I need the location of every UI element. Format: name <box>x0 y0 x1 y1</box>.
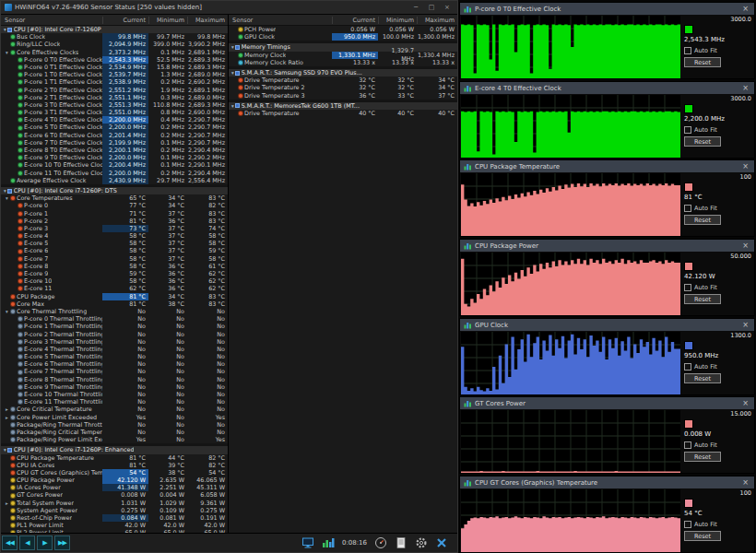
exit-icon[interactable] <box>435 536 448 549</box>
sensor-row[interactable]: E-core 11 T0 Effective Clock2,200.0 MHz0… <box>1 170 228 177</box>
sensor-row[interactable]: E-core 8 Thermal ThrottlingNoNoNo <box>1 376 228 383</box>
checkbox-icon[interactable] <box>684 441 691 449</box>
close-icon[interactable]: × <box>740 399 750 407</box>
gauge-icon[interactable] <box>374 536 387 549</box>
checkbox-icon[interactable] <box>684 284 691 291</box>
minimize-icon[interactable]: ─ <box>409 4 422 11</box>
reset-button[interactable]: Reset <box>684 215 721 225</box>
sensor-row[interactable]: Package/Ring Thermal ThrottlingNoNoNo <box>1 421 228 429</box>
sensor-row[interactable]: E-core 9 T0 Effective Clock2,200.0 MHz0.… <box>1 154 228 161</box>
sensor-row[interactable]: PL1 Power Limit42.0 W42.0 W42.0 W <box>1 522 228 529</box>
sensor-row[interactable]: P-core 1 Thermal ThrottlingNoNoNo <box>1 323 228 330</box>
close-icon[interactable]: × <box>740 5 750 13</box>
sensor-row[interactable]: E-core 4 Thermal ThrottlingNoNoNo <box>1 346 228 353</box>
sensor-row[interactable]: Drive Temperature 336 °C33 °C37 °C <box>229 92 457 100</box>
close-icon[interactable]: × <box>740 241 750 250</box>
sensor-row[interactable]: ▾Core Effective Clocks2,373.2 MHz0.1 MHz… <box>1 49 228 56</box>
report-icon[interactable] <box>395 536 408 549</box>
sensor-row[interactable]: E-core 6 Thermal ThrottlingNoNoNo <box>1 360 228 368</box>
nav-next-button[interactable]: ▶ <box>37 535 53 550</box>
sensor-row[interactable]: Ring/LLC Clock2,094.9 MHz399.0 MHz3,990.… <box>1 41 228 48</box>
sensor-row[interactable]: P-core 1 T0 Effective Clock2,539.7 MHz1.… <box>1 71 228 78</box>
column-header-sensor[interactable]: Sensor <box>229 17 332 24</box>
sensor-row[interactable]: Average Effective Clock2,430.9 MHz29.7 M… <box>1 177 228 184</box>
sensor-row[interactable]: CPU IA Cores81 °C39 °C82 °C <box>1 462 228 469</box>
sensor-row[interactable]: E-core 458 °C37 °C58 °C <box>1 232 228 240</box>
sensor-row[interactable]: E-core 1058 °C36 °C62 °C <box>1 277 228 285</box>
close-icon[interactable]: × <box>441 4 454 11</box>
sensor-row[interactable]: P-core 2 T0 Effective Clock2,551.2 MHz1.… <box>1 87 228 94</box>
sensor-row[interactable]: Rest-of-Chip Power0.084 W0.081 W0.191 W <box>1 514 228 522</box>
graph-titlebar[interactable]: E-core 4 T0 Effective Clock× <box>460 82 754 94</box>
sensor-row[interactable]: CPU GT Cores (Graphics) Temperature54 °C… <box>1 469 228 477</box>
auto-fit-checkbox[interactable]: Auto Fit <box>684 205 751 212</box>
sensor-row[interactable]: E-core 558 °C37 °C58 °C <box>1 240 228 247</box>
sensor-row[interactable]: E-core 5 T0 Effective Clock2,200.0 MHz0.… <box>1 124 228 131</box>
checkbox-icon[interactable] <box>684 521 691 528</box>
sensor-row[interactable]: ▸Core Power Limit ExceededYesNoYes <box>1 414 228 421</box>
sensor-row[interactable]: P-core 171 °C37 °C83 °C <box>1 210 228 218</box>
reset-button[interactable]: Reset <box>684 294 721 304</box>
sensor-row[interactable]: P-core 3 T1 Effective Clock2,551.0 MHz0.… <box>1 109 228 116</box>
sensor-section-header[interactable]: ▾S.M.A.R.T.: MemoresTek G600 1TB (MT... <box>229 102 457 110</box>
sensor-row[interactable]: E-core 8 T0 Effective Clock2,200.1 MHz0.… <box>1 147 228 154</box>
sensor-row[interactable]: E-core 11 Thermal ThrottlingNoNoNo <box>1 398 228 406</box>
sensor-row[interactable]: ▾Core Temperatures65 °C34 °C83 °C <box>1 194 228 202</box>
sensor-display-icon[interactable] <box>301 536 314 549</box>
sensor-row[interactable]: E-core 6 T0 Effective Clock2,201.4 MHz0.… <box>1 132 228 139</box>
sensor-row[interactable]: P-core 3 T0 Effective Clock2,551.3 MHz11… <box>1 101 228 109</box>
auto-fit-checkbox[interactable]: Auto Fit <box>684 521 751 528</box>
sensor-row[interactable]: E-core 10 T0 Effective Clock2,200.4 MHz0… <box>1 161 228 169</box>
sensor-row[interactable]: ▾Core Thermal ThrottlingNoNoNo <box>1 308 228 315</box>
column-header-maximum[interactable]: Maximum <box>187 17 228 24</box>
sensor-section-header[interactable]: ▾Memory Timings <box>229 43 457 51</box>
close-icon[interactable]: × <box>740 84 750 92</box>
sensor-row[interactable]: IA Cores Power41.348 W2.251 W45.311 W <box>1 484 228 491</box>
sensor-row[interactable]: Drive Temperature32 °C32 °C34 °C <box>229 76 457 84</box>
sensor-row[interactable]: Memory Clock1,330.1 MHz1,329.7 MHz1,330.… <box>229 52 457 59</box>
sensor-row[interactable]: P-core 373 °C37 °C74 °C <box>1 225 228 232</box>
graphs-icon[interactable] <box>322 536 335 549</box>
sensor-row[interactable]: E-core 1162 °C36 °C62 °C <box>1 285 228 292</box>
sensor-row[interactable]: P-core 281 °C36 °C83 °C <box>1 218 228 225</box>
checkbox-icon[interactable] <box>684 47 691 54</box>
nav-prev-button[interactable]: ◀ <box>19 535 35 550</box>
sensor-row[interactable]: P-core 0 T1 Effective Clock2,534.9 MHz15… <box>1 64 228 71</box>
sensor-row[interactable]: P-core 0 T0 Effective Clock2,543.3 MHz52… <box>1 56 228 64</box>
column-header-minimum[interactable]: Minimum <box>378 17 417 24</box>
sensor-row[interactable]: P-core 2 T1 Effective Clock2,551.1 MHz0.… <box>1 94 228 101</box>
sensor-row[interactable]: P-core 1 T1 Effective Clock2,538.9 MHz0.… <box>1 78 228 86</box>
sensor-row[interactable]: P-core 0 Thermal ThrottlingNoNoNo <box>1 315 228 323</box>
maximize-icon[interactable]: □ <box>425 4 438 11</box>
graph-titlebar[interactable]: GPU Clock× <box>460 319 754 331</box>
close-icon[interactable]: × <box>740 478 750 487</box>
checkbox-icon[interactable] <box>684 205 691 212</box>
close-icon[interactable]: × <box>740 321 750 329</box>
sensor-row[interactable]: E-core 4 T0 Effective Clock2,200.0 MHz0.… <box>1 116 228 124</box>
column-header-current[interactable]: Current <box>332 17 378 24</box>
sensor-row[interactable]: E-core 10 Thermal ThrottlingNoNoNo <box>1 391 228 398</box>
sensor-row[interactable]: E-core 758 °C37 °C58 °C <box>1 255 228 263</box>
sensor-section-header[interactable]: ▾CPU [#0]: Intel Core i7-1260P: DTS <box>1 187 228 194</box>
nav-last-button[interactable]: ▶▶ <box>54 535 70 550</box>
sensor-row[interactable]: Package/Ring Critical TemperatureNoNoNo <box>1 429 228 436</box>
graph-titlebar[interactable]: CPU Package Temperature× <box>460 160 754 172</box>
sensor-row[interactable]: E-core 9 Thermal ThrottlingNoNoNo <box>1 383 228 391</box>
sensor-row[interactable]: E-core 7 Thermal ThrottlingNoNoNo <box>1 368 228 375</box>
sensor-section-header[interactable]: ▾CPU [#0]: Intel Core i7-1260P: Enhanced <box>1 446 228 453</box>
auto-fit-checkbox[interactable]: Auto Fit <box>684 363 751 371</box>
sensor-row[interactable]: Memory Clock Ratio13.33 x13.33 x13.33 x <box>229 59 457 66</box>
sensor-section-header[interactable]: ▾S.M.A.R.T.: Samsung SSD 970 EVO Plus... <box>229 69 457 76</box>
sensor-section-header[interactable]: ▾CPU [#0]: Intel Core i7-1260P <box>1 26 228 33</box>
sensor-row[interactable]: P-core 077 °C34 °C82 °C <box>1 202 228 209</box>
sensor-row[interactable]: E-core 858 °C36 °C61 °C <box>1 263 228 270</box>
sensor-row[interactable]: CPU Package Temperature81 °C44 °C82 °C <box>1 454 228 462</box>
sensor-row[interactable]: Core Max81 °C38 °C83 °C <box>1 300 228 308</box>
sensor-row[interactable]: E-core 658 °C37 °C59 °C <box>1 247 228 254</box>
settings-gear-icon[interactable] <box>415 536 428 549</box>
sensor-row[interactable]: ▸Core Critical TemperatureNoNoNo <box>1 406 228 413</box>
auto-fit-checkbox[interactable]: Auto Fit <box>684 284 751 291</box>
sensor-row[interactable]: Drive Temperature 232 °C32 °C34 °C <box>229 84 457 91</box>
sensor-row[interactable]: GT Cores Power0.008 W0.004 W6.058 W <box>1 491 228 499</box>
window-titlebar[interactable]: HWiNFO64 v7.26-4960 Sensor Status [250 v… <box>1 1 457 15</box>
